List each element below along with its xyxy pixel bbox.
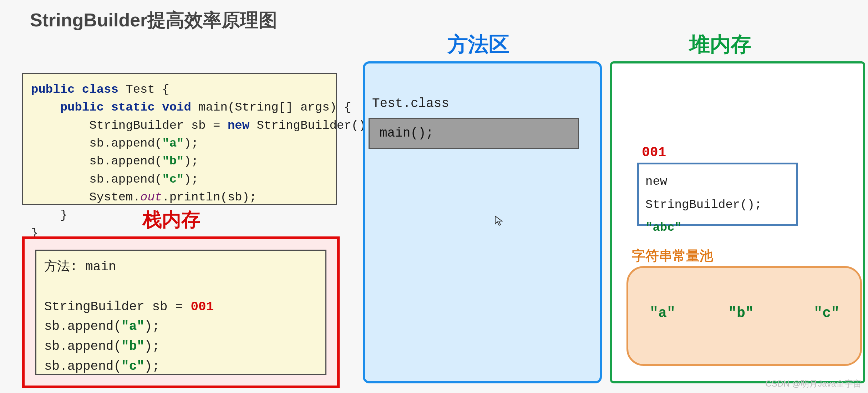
code-text: sb.append( [31,173,162,186]
stack-string: "a" [121,319,144,334]
code-kw: new [228,119,249,132]
diagram-title: StringBuilder提高效率原理图 [30,8,277,33]
heap-memory-label: 堆内存 [689,31,751,58]
stack-string: "c" [121,359,144,374]
stack-text: ); [144,339,160,354]
string-pool-box: "a" "b" "c" [626,266,862,366]
method-entry-box: main(); [369,118,579,149]
heap-address: 001 [642,145,666,160]
code-field: out [140,190,162,204]
stack-text: ); [144,359,160,374]
watermark: CSDN @明月Java全宇宙 [765,378,862,389]
source-code-box: public class Test { public static void m… [22,73,337,205]
code-kw: public class [31,83,118,96]
stack-string: "b" [121,339,144,354]
code-text: } [31,208,67,222]
stack-memory-label: 栈内存 [143,207,200,233]
method-area-box: Test.class main(); [363,61,602,383]
stack-address: 001 [191,300,214,314]
code-string: "a" [162,137,184,150]
code-indent [31,101,60,114]
code-text: sb.append( [31,154,162,168]
pool-item: "b" [728,305,754,321]
class-file-label: Test.class [372,96,449,111]
pool-item: "a" [650,305,675,321]
stack-memory-box: 方法: main StringBuilder sb = 001 sb.appen… [22,236,340,388]
code-text: sb.append( [31,137,162,150]
code-text: StringBuilder sb = [89,119,228,132]
code-kw: public static void [60,101,191,114]
stack-append: sb.append( [44,319,121,334]
code-text: System. [31,190,140,204]
code-text: StringBuilder(); [249,119,373,132]
cursor-icon [494,215,503,229]
stack-method-line: 方法: main [44,260,116,274]
code-string: "c" [162,173,184,186]
heap-memory-box: 001 new StringBuilder(); "abc" 字符串常量池 "a… [610,61,865,383]
code-text: .println(sb); [162,190,257,204]
pool-item: "c" [814,305,839,321]
stack-append: sb.append( [44,339,121,354]
heap-object-box: new StringBuilder(); "abc" [637,163,798,226]
code-text: Test { [118,83,169,96]
stack-frame-box: 方法: main StringBuilder sb = 001 sb.appen… [35,250,326,375]
code-string: "b" [162,154,184,168]
code-text: ); [184,154,198,168]
method-area-label: 方法区 [447,31,509,58]
heap-obj-decl: new StringBuilder(); [645,175,762,211]
stack-text: ); [144,319,160,334]
stack-decl: StringBuilder sb = [44,300,191,314]
code-text: ); [184,173,198,186]
code-text: ); [184,137,198,150]
code-text: main(String[] args) { [191,101,351,114]
code-indent [31,119,89,132]
string-pool-label: 字符串常量池 [632,247,713,265]
heap-obj-value: "abc" [645,221,682,234]
stack-append: sb.append( [44,359,121,374]
